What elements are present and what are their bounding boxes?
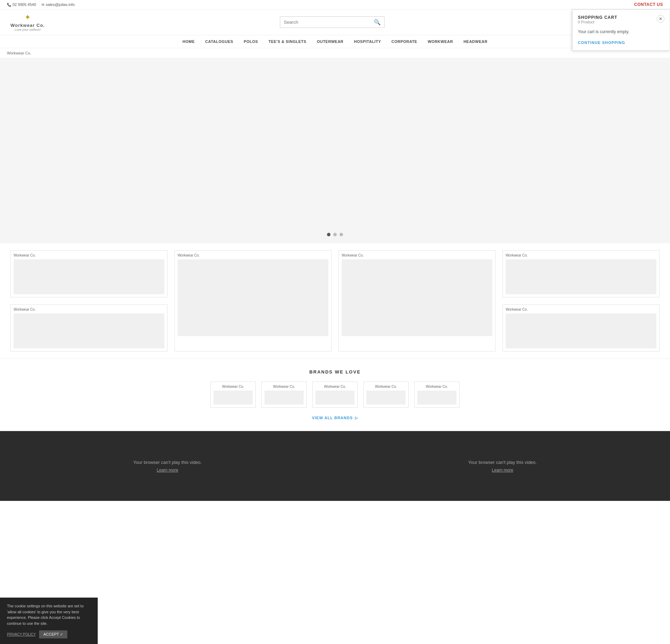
product-card-label-1: Workwear Co.	[14, 253, 164, 257]
phone-info: 02 9905 4540	[7, 2, 36, 7]
video-section: Your browser can't play this video. Lear…	[0, 431, 670, 501]
brand-card-3[interactable]: Workwear Co.	[312, 382, 358, 408]
video-learn-more-1[interactable]: Learn more	[157, 468, 178, 473]
product-card-img-5	[14, 313, 164, 348]
contact-us-link[interactable]: CONTACT US	[634, 2, 663, 7]
product-card-4[interactable]: Workwear Co.	[502, 250, 660, 297]
video-card-1: Your browser can't play this video. Lear…	[0, 431, 335, 501]
search-bar[interactable]: 🔍	[280, 16, 385, 28]
site-logo[interactable]: ✦ Workwear Co. Love your uniform!	[10, 13, 45, 31]
product-card-5[interactable]: Workwear Co.	[10, 304, 168, 351]
nav-item-polos[interactable]: POLOS	[244, 39, 258, 44]
logo-name: Workwear Co.	[10, 23, 45, 28]
brand-label-1: Workwear Co.	[214, 385, 253, 388]
video-learn-more-2[interactable]: Learn more	[492, 468, 513, 473]
cart-count: 0 Product	[578, 20, 617, 24]
slider-dot-3[interactable]	[340, 233, 343, 236]
product-card-img-1	[14, 259, 164, 294]
main-nav: HOME CATALOGUES POLOS TEE'S & SINGLETS O…	[0, 35, 670, 48]
cart-title-area: SHOPPING CART 0 Product	[578, 15, 617, 24]
brand-label-3: Workwear Co.	[315, 385, 355, 388]
phone-icon	[7, 3, 11, 7]
video-message-2: Your browser can't play this video.	[468, 460, 537, 465]
nav-item-catalogues[interactable]: CATALOGUES	[205, 39, 233, 44]
nav-item-headwear[interactable]: HEADWEAR	[463, 39, 487, 44]
brand-img-3	[315, 391, 355, 405]
brands-section: BRANDS WE LOVE Workwear Co. Workwear Co.…	[0, 359, 670, 431]
product-card-label-2: Workwear Co.	[178, 253, 328, 257]
view-all-brands-button[interactable]: VIEW ALL BRANDS ▷	[312, 416, 358, 420]
breadcrumb: Workwear Co.	[0, 48, 670, 58]
top-bar-left: 02 9905 4540 sales@julias.info	[7, 2, 75, 7]
search-input[interactable]	[284, 20, 374, 25]
email-icon	[42, 3, 44, 7]
brand-card-1[interactable]: Workwear Co.	[210, 382, 256, 408]
logo-icon: ✦	[24, 13, 31, 22]
nav-item-tees[interactable]: TEE'S & SINGLETS	[268, 39, 306, 44]
continue-shopping-button[interactable]: CONTINUE SHOPPING	[578, 40, 625, 45]
cart-title: SHOPPING CART	[578, 15, 617, 20]
product-card-1[interactable]: Workwear Co.	[10, 250, 168, 297]
product-card-6[interactable]: Workwear Co.	[502, 304, 660, 351]
brand-label-5: Workwear Co.	[417, 385, 456, 388]
brand-img-1	[214, 391, 253, 405]
logo-tagline: Love your uniform!	[15, 28, 41, 31]
header: ✦ Workwear Co. Love your uniform! 🔍 ✦ CO…	[0, 9, 670, 35]
brands-title: BRANDS WE LOVE	[10, 369, 660, 375]
cart-empty-message: Your cart is currently empty.	[578, 29, 664, 34]
hero-slider	[0, 58, 670, 243]
brand-card-4[interactable]: Workwear Co.	[363, 382, 409, 408]
shopping-cart-panel: SHOPPING CART 0 Product ✕ Your cart is c…	[572, 9, 670, 51]
brand-card-5[interactable]: Workwear Co.	[414, 382, 460, 408]
top-bar: 02 9905 4540 sales@julias.info CONTACT U…	[0, 0, 670, 9]
product-card-img-2	[178, 259, 328, 336]
email-info: sales@julias.info	[42, 2, 75, 7]
brand-label-4: Workwear Co.	[366, 385, 405, 388]
nav-item-outerwear[interactable]: OUTERWEAR	[317, 39, 343, 44]
brands-grid: Workwear Co. Workwear Co. Workwear Co. W…	[10, 382, 660, 408]
slider-dots	[327, 233, 343, 236]
brand-label-2: Workwear Co.	[265, 385, 304, 388]
cart-close-button[interactable]: ✕	[657, 15, 664, 23]
product-card-img-3	[342, 259, 492, 336]
slider-dot-1[interactable]	[327, 233, 330, 236]
nav-item-home[interactable]: HOME	[183, 39, 195, 44]
product-card-2[interactable]: Workwear Co.	[174, 250, 332, 351]
video-card-2: Your browser can't play this video. Lear…	[335, 431, 670, 501]
brand-img-4	[366, 391, 405, 405]
slider-dot-2[interactable]	[333, 233, 337, 236]
cart-panel-header: SHOPPING CART 0 Product ✕	[578, 15, 664, 24]
product-card-img-4	[506, 259, 656, 294]
email-address: sales@julias.info	[46, 2, 75, 7]
brand-img-5	[417, 391, 456, 405]
phone-number: 02 9905 4540	[13, 2, 36, 7]
nav-item-corporate[interactable]: CORPORATE	[392, 39, 417, 44]
product-section: Workwear Co. Workwear Co. Workwear Co. W…	[0, 243, 670, 359]
product-card-label-4: Workwear Co.	[506, 253, 656, 257]
product-card-label-5: Workwear Co.	[14, 308, 164, 311]
brand-img-2	[265, 391, 304, 405]
nav-item-workwear[interactable]: WORKWEAR	[428, 39, 453, 44]
video-message-1: Your browser can't play this video.	[133, 460, 202, 465]
product-card-img-6	[506, 313, 656, 348]
arrow-icon: ▷	[355, 416, 358, 420]
search-button[interactable]: 🔍	[374, 19, 381, 25]
product-card-label-3: Workwear Co.	[342, 253, 492, 257]
product-card-label-6: Workwear Co.	[506, 308, 656, 311]
product-card-3[interactable]: Workwear Co.	[338, 250, 496, 351]
nav-item-hospitality[interactable]: HOSPITALITY	[354, 39, 381, 44]
brand-card-2[interactable]: Workwear Co.	[261, 382, 307, 408]
